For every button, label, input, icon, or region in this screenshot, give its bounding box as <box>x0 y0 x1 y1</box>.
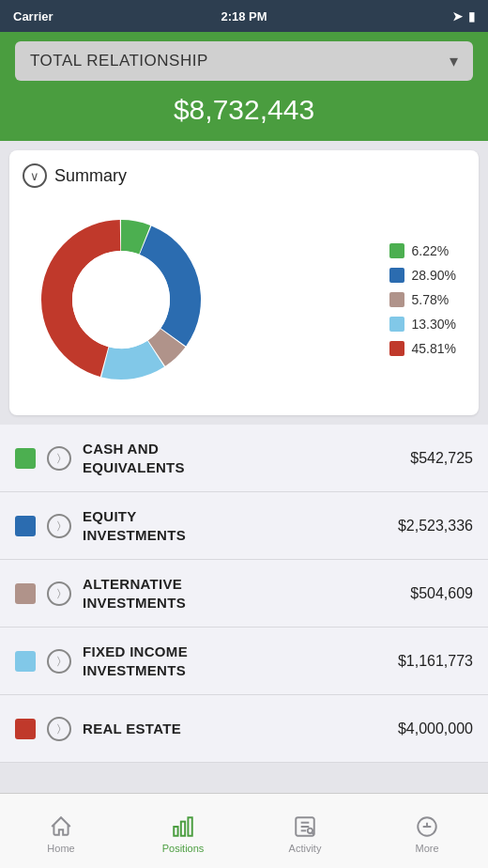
legend-percent-2: 28.90% <box>412 268 456 283</box>
time-label: 2:18 PM <box>221 9 267 23</box>
category-item[interactable]: 〉EQUITY INVESTMENTS$2,523,336 <box>0 492 488 560</box>
positions-icon <box>171 814 195 839</box>
legend-color-2 <box>389 268 404 283</box>
category-color-box <box>15 516 36 536</box>
more-icon <box>415 814 439 839</box>
category-value: $2,523,336 <box>398 518 473 535</box>
tab-more-label: More <box>415 843 438 854</box>
battery-icon: ▮ <box>468 9 475 23</box>
summary-title: Summary <box>54 166 127 186</box>
tab-activity-label: Activity <box>289 843 322 854</box>
location-icon: ➤ <box>452 9 463 23</box>
category-item[interactable]: 〉FIXED INCOME INVESTMENTS$1,161,773 <box>0 628 488 695</box>
category-name: FIXED INCOME INVESTMENTS <box>83 643 390 679</box>
legend-color-4 <box>389 317 404 332</box>
relationship-label: TOTAL RELATIONSHIP <box>30 52 208 70</box>
chevron-down-icon: ▾ <box>450 51 459 71</box>
category-color-box <box>15 651 36 672</box>
activity-icon <box>293 814 317 839</box>
category-chevron-icon[interactable]: 〉 <box>47 514 71 538</box>
legend-color-1 <box>389 243 404 258</box>
legend-item-4: 13.30% <box>389 317 456 332</box>
legend-color-3 <box>389 292 404 307</box>
category-value: $542,725 <box>410 450 473 467</box>
legend-color-5 <box>389 341 404 356</box>
category-value: $504,609 <box>410 585 473 602</box>
summary-header: ∨ Summary <box>23 163 465 188</box>
category-chevron-icon[interactable]: 〉 <box>47 446 71 471</box>
svg-rect-1 <box>174 827 177 836</box>
chart-area: 6.22% 28.90% 5.78% 13.30% 45.81% <box>23 201 465 398</box>
category-color-box <box>15 583 36 604</box>
legend-item-5: 45.81% <box>389 341 456 356</box>
legend-item-2: 28.90% <box>389 268 456 283</box>
svg-rect-3 <box>188 817 191 836</box>
legend-item-1: 6.22% <box>389 243 456 258</box>
category-chevron-icon[interactable]: 〉 <box>47 717 71 741</box>
legend-percent-1: 6.22% <box>412 243 450 258</box>
total-amount: $8,732,443 <box>15 90 473 128</box>
tab-more[interactable]: More <box>366 809 488 854</box>
relationship-dropdown[interactable]: TOTAL RELATIONSHIP ▾ <box>15 41 473 81</box>
legend-percent-4: 13.30% <box>412 317 456 332</box>
status-bar: Carrier 2:18 PM ➤ ▮ <box>0 0 488 32</box>
tab-home-label: Home <box>47 843 74 854</box>
category-name: REAL ESTATE <box>83 720 390 738</box>
category-chevron-icon[interactable]: 〉 <box>47 581 71 606</box>
tab-bar: Home Positions Activity More <box>0 793 488 868</box>
donut-chart <box>23 201 220 398</box>
svg-rect-2 <box>181 821 185 835</box>
category-value: $4,000,000 <box>398 721 473 737</box>
status-icons: ➤ ▮ <box>452 9 475 23</box>
category-color-box <box>15 719 36 739</box>
category-value: $1,161,773 <box>398 653 473 670</box>
home-icon <box>49 814 73 839</box>
category-chevron-icon[interactable]: 〉 <box>47 649 71 674</box>
carrier-label: Carrier <box>13 9 53 23</box>
category-item[interactable]: 〉REAL ESTATE$4,000,000 <box>0 695 488 763</box>
category-color-box <box>15 448 36 469</box>
svg-point-0 <box>72 251 170 349</box>
header: TOTAL RELATIONSHIP ▾ $8,732,443 <box>0 32 488 141</box>
summary-card: ∨ Summary 6.22% 28.90% 5.78% <box>9 150 479 415</box>
chevron-down-icon: ∨ <box>30 169 39 183</box>
summary-collapse-button[interactable]: ∨ <box>23 163 47 188</box>
legend-percent-5: 45.81% <box>412 341 456 356</box>
tab-positions[interactable]: Positions <box>122 809 244 854</box>
category-name: EQUITY INVESTMENTS <box>83 507 390 544</box>
category-name: ALTERNATIVE INVESTMENTS <box>83 575 403 612</box>
tab-activity[interactable]: Activity <box>244 809 366 854</box>
category-item[interactable]: 〉ALTERNATIVE INVESTMENTS$504,609 <box>0 560 488 628</box>
category-item[interactable]: 〉CASH AND EQUIVALENTS$542,725 <box>0 425 488 492</box>
legend-percent-3: 5.78% <box>412 292 450 307</box>
legend-item-3: 5.78% <box>389 292 456 307</box>
svg-point-8 <box>308 828 313 832</box>
category-name: CASH AND EQUIVALENTS <box>83 440 403 476</box>
tab-home[interactable]: Home <box>0 809 122 854</box>
category-list: 〉CASH AND EQUIVALENTS$542,725〉EQUITY INV… <box>0 425 488 763</box>
chart-legend: 6.22% 28.90% 5.78% 13.30% 45.81% <box>389 243 456 356</box>
tab-positions-label: Positions <box>162 843 205 854</box>
